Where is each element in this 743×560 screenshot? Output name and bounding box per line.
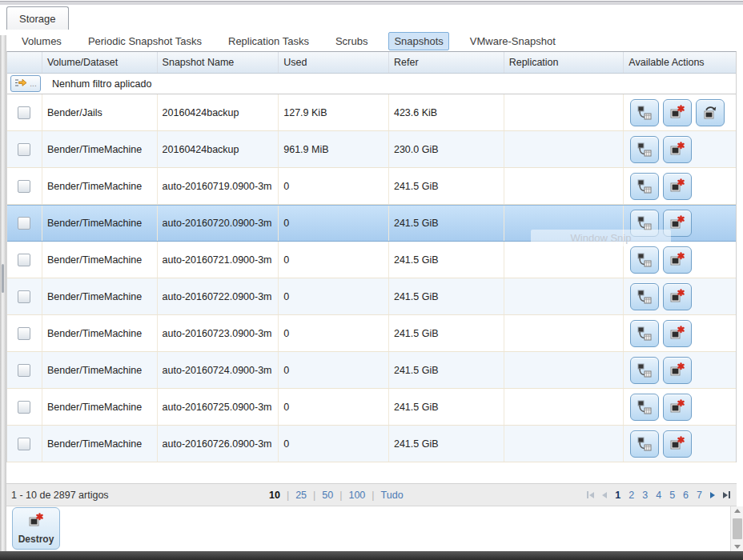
rollback-snapshot-button[interactable]: [696, 99, 725, 126]
tab-storage[interactable]: Storage: [6, 6, 69, 30]
clone-snapshot-button[interactable]: [630, 136, 659, 163]
scrollbar-thumb[interactable]: [733, 518, 742, 539]
page-6[interactable]: 6: [683, 490, 689, 501]
clone-snapshot-button[interactable]: [630, 99, 659, 126]
page-size-50[interactable]: 50: [322, 490, 333, 501]
vertical-scrollbar[interactable]: [730, 506, 743, 551]
table-row[interactable]: Bender/TimeMachineauto-20160725.0900-3m0…: [7, 389, 736, 426]
page-7[interactable]: 7: [697, 490, 702, 501]
row-checkbox-cell: [7, 352, 42, 388]
column-header-replication[interactable]: Replication: [504, 52, 625, 73]
page-size-100[interactable]: 100: [348, 490, 365, 501]
destroy-snapshot-button[interactable]: [663, 283, 692, 310]
page-2[interactable]: 2: [629, 490, 634, 501]
items-status-text: 1 - 10 de 2897 artigos: [11, 490, 109, 501]
destroy-snapshot-button[interactable]: [663, 430, 692, 458]
next-page-icon[interactable]: [710, 492, 715, 498]
table-row[interactable]: Bender/TimeMachineauto-20160724.0900-3m0…: [7, 352, 736, 389]
clone-snapshot-button[interactable]: [630, 283, 659, 310]
destroy-snapshot-button[interactable]: [663, 320, 692, 347]
clone-snapshot-button[interactable]: [630, 357, 659, 384]
filter-button[interactable]: ...: [10, 75, 41, 92]
row-checkbox[interactable]: [18, 217, 30, 230]
column-header-available-actions[interactable]: Available Actions: [624, 52, 736, 73]
cell-used: 0: [279, 389, 389, 425]
table-row[interactable]: Bender/TimeMachineauto-20160726.0900-3m0…: [7, 426, 736, 462]
cell-refer: 241.5 GiB: [389, 315, 504, 351]
row-checkbox[interactable]: [18, 106, 30, 119]
cell-replication: [504, 426, 625, 462]
page-1[interactable]: 1: [615, 490, 621, 501]
cell-replication: [504, 94, 625, 130]
subtab-replication-tasks[interactable]: Replication Tasks: [223, 32, 315, 50]
previous-page-icon[interactable]: [602, 492, 607, 498]
column-header-volume-dataset[interactable]: Volume/Dataset: [42, 52, 158, 73]
last-page-icon[interactable]: [723, 491, 730, 498]
page-size-25[interactable]: 25: [295, 490, 307, 501]
filter-arrow-icon: [14, 78, 27, 90]
row-checkbox[interactable]: [18, 364, 30, 377]
column-header-snapshot-name[interactable]: Snapshot Name: [158, 52, 279, 73]
subtab-periodic-snapshot-tasks[interactable]: Periodic Snapshot Tasks: [82, 32, 207, 50]
table-row[interactable]: Bender/TimeMachineauto-20160723.0900-3m0…: [7, 315, 736, 352]
pagination-bar: 1 - 10 de 2897 artigos 10|25|50|100|Tudo…: [6, 483, 737, 506]
page-5[interactable]: 5: [669, 490, 675, 501]
cell-snapshot-name: auto-20160721.0900-3m: [158, 242, 279, 278]
first-page-icon[interactable]: [587, 491, 594, 498]
cell-snapshot-name: auto-20160723.0900-3m: [158, 315, 279, 351]
bottom-toolbar: Destroy: [6, 506, 730, 551]
table-row[interactable]: Bender/TimeMachineauto-20160720.0900-3m0…: [7, 205, 736, 242]
cell-replication: [504, 242, 625, 278]
cell-dataset: Bender/TimeMachine: [42, 426, 158, 462]
table-row[interactable]: Bender/TimeMachineauto-20160722.0900-3m0…: [7, 278, 736, 315]
destroy-snapshot-button[interactable]: [663, 173, 692, 200]
page-3[interactable]: 3: [642, 490, 648, 501]
clone-snapshot-button[interactable]: [630, 430, 659, 458]
cell-used: 0: [279, 242, 389, 278]
destroy-snapshot-button[interactable]: [663, 246, 692, 274]
column-header-checkbox[interactable]: [7, 52, 42, 73]
row-checkbox[interactable]: [18, 180, 30, 193]
scroll-up-icon[interactable]: [734, 509, 741, 513]
column-header-used[interactable]: Used: [279, 52, 389, 73]
row-checkbox[interactable]: [18, 290, 30, 303]
destroy-snapshot-button[interactable]: [663, 99, 692, 126]
destroy-snapshot-button[interactable]: [663, 394, 692, 421]
destroy-snapshot-button[interactable]: [663, 357, 692, 384]
table-row[interactable]: Bender/Jails20160424backup127.9 KiB423.6…: [7, 94, 736, 131]
scroll-down-icon[interactable]: [734, 545, 741, 549]
row-checkbox[interactable]: [18, 143, 30, 156]
row-checkbox-cell: [7, 94, 42, 130]
cell-used: 961.9 MiB: [279, 131, 389, 167]
clone-snapshot-button[interactable]: [630, 320, 659, 347]
subtab-snapshots[interactable]: Snapshots: [388, 32, 448, 50]
left-splitter[interactable]: [0, 35, 6, 551]
subtab-vmware-snapshot[interactable]: VMware-Snapshot: [464, 32, 561, 50]
clone-snapshot-button[interactable]: [630, 173, 659, 200]
subtab-scrubs[interactable]: Scrubs: [330, 32, 373, 50]
table-row[interactable]: Bender/TimeMachineauto-20160721.0900-3m0…: [7, 242, 736, 278]
subtab-volumes[interactable]: Volumes: [16, 32, 67, 50]
destroy-button[interactable]: Destroy: [12, 507, 60, 550]
page-size-tudo[interactable]: Tudo: [381, 490, 404, 501]
row-checkbox[interactable]: [18, 327, 30, 340]
cell-used: 0: [279, 352, 389, 388]
destroy-snapshot-button[interactable]: [663, 210, 692, 237]
page-4[interactable]: 4: [656, 490, 661, 501]
page-size-10[interactable]: 10: [269, 490, 280, 501]
row-checkbox[interactable]: [18, 401, 30, 414]
table-row[interactable]: Bender/TimeMachine20160424backup961.9 Mi…: [7, 131, 736, 168]
clone-snapshot-button[interactable]: [630, 210, 659, 237]
table-row[interactable]: Bender/TimeMachineauto-20160719.0900-3m0…: [7, 168, 736, 205]
cell-snapshot-name: auto-20160719.0900-3m: [158, 168, 279, 204]
row-checkbox[interactable]: [18, 254, 30, 266]
row-checkbox[interactable]: [18, 438, 30, 450]
clone-snapshot-button[interactable]: [630, 394, 659, 421]
cell-snapshot-name: auto-20160726.0900-3m: [158, 426, 279, 462]
clone-snapshot-button[interactable]: [630, 246, 659, 274]
cell-refer: 241.5 GiB: [389, 168, 504, 204]
cell-actions: [624, 352, 736, 388]
destroy-snapshot-button[interactable]: [663, 136, 692, 163]
column-header-refer[interactable]: Refer: [389, 52, 504, 73]
splitter-handle[interactable]: [2, 264, 4, 293]
